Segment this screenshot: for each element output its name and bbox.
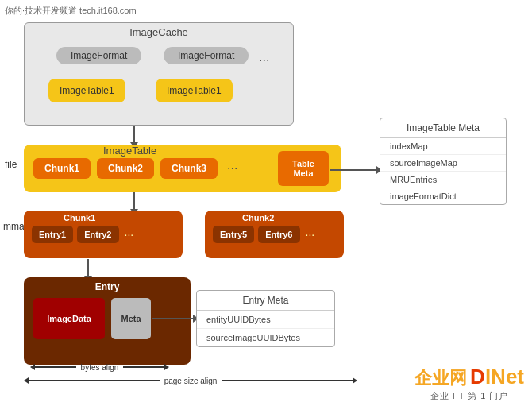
entry-meta-panel: Entry Meta entityUUIDBytes sourceImageUU…: [196, 290, 335, 347]
page-line-left: [29, 380, 160, 381]
arrow-table-down: [133, 192, 135, 210]
chunk1-mmap-row: Entry1 Entry2 ···: [24, 211, 183, 258]
meta-item-2: MRUEntries: [380, 172, 506, 188]
image-cache-label: ImageCache: [25, 23, 293, 38]
bottom-logo: 企业网 D INet 企业 I T 第 1 门户: [414, 365, 524, 402]
image-table1-a: ImageTable1: [48, 79, 125, 102]
image-table-label: ImageTable: [103, 145, 156, 157]
chunk2-label: Chunk2: [97, 158, 154, 179]
image-table-meta-panel: ImageTable Meta indexMap sourceImageMap …: [380, 118, 507, 205]
label-file: file: [5, 159, 17, 170]
image-table1-b: ImageTable1: [156, 79, 233, 102]
arrow-entry-meta: [152, 318, 194, 319]
page-align-arrow: page size align: [24, 375, 357, 386]
page-arrow-right: [353, 375, 357, 386]
chunk2-mmap-label: Chunk2: [242, 213, 274, 222]
logo-inet: INet: [485, 365, 524, 389]
meta-item-1: sourceImageMap: [380, 155, 506, 172]
bytes-line-right: [123, 366, 164, 368]
meta-inner-box: Meta: [111, 298, 151, 339]
dots-cache: ···: [259, 53, 269, 68]
page-line-right: [222, 380, 353, 381]
entry-meta-item-1: sourceImageUUIDBytes: [197, 329, 334, 346]
entry1-box: Entry1: [32, 226, 73, 243]
table-meta-box: Table Meta: [278, 151, 329, 186]
entry5-box: Entry5: [213, 226, 254, 243]
arrow-chunk-down: [87, 259, 89, 277]
bytes-align-text: bytes align: [76, 363, 124, 372]
logo-row: 企业网 D INet: [414, 365, 524, 390]
entry-meta-title: Entry Meta: [197, 291, 334, 311]
image-data-box: ImageData: [33, 298, 105, 339]
chunk1-mmap-label: Chunk1: [64, 213, 95, 222]
image-cache-box: ImageCache ImageFormat ImageFormat ··· I…: [24, 22, 294, 126]
logo-top-text: 企业网: [414, 366, 467, 390]
chunk2-mmap-row: Entry5 Entry6 ···: [205, 211, 344, 258]
entry-main-label: Entry: [24, 277, 191, 292]
arrow-cache-down: [133, 126, 135, 143]
bytes-arrow-right: [164, 362, 169, 373]
dots-chunk2: ···: [306, 228, 315, 241]
chunk1-label: Chunk1: [33, 158, 91, 179]
bytes-align-arrow: bytes align: [30, 362, 169, 373]
logo-d: D: [470, 365, 485, 389]
chunk3-label: Chunk3: [160, 158, 218, 179]
image-format-2: ImageFormat: [164, 47, 249, 64]
image-format-1: ImageFormat: [56, 47, 141, 64]
meta-item-3: imageFormatDict: [380, 188, 506, 204]
main-container: ImageCache ImageFormat ImageFormat ··· I…: [0, 0, 532, 410]
entry6-box: Entry6: [258, 226, 299, 243]
meta-item-0: indexMap: [380, 138, 506, 155]
dots-table: ···: [227, 161, 237, 176]
dots-chunk1: ···: [125, 228, 134, 241]
meta-panel-title: ImageTable Meta: [380, 118, 506, 138]
bytes-line-left: [35, 366, 76, 368]
entry-meta-item-0: entityUUIDBytes: [197, 311, 334, 329]
watermark: 你的·技术开发频道 tech.it168.com: [5, 5, 137, 17]
logo-sub: 企业 I T 第 1 门户: [430, 390, 509, 402]
page-align-text: page size align: [160, 377, 222, 385]
arrow-meta: [330, 169, 377, 171]
entry2-box: Entry2: [77, 226, 118, 243]
